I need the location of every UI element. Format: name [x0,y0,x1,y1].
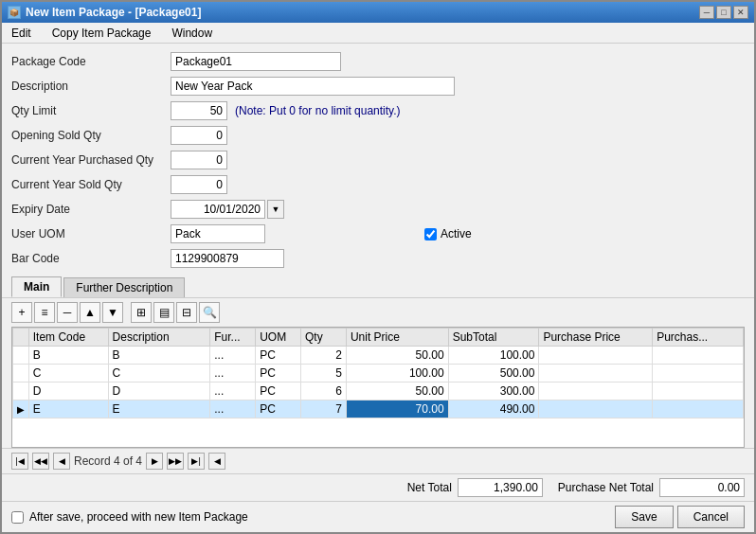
net-total-value[interactable] [458,478,543,497]
description-row: Description [11,76,745,97]
purchase-extra-cell[interactable] [653,400,744,418]
list-btn[interactable]: ≡ [34,302,55,323]
qty-limit-input[interactable] [171,101,227,120]
minimize-btn[interactable]: ─ [699,6,714,19]
main-window: 📦 New Item Package - [Package01] ─ □ ✕ E… [0,0,756,534]
tab-further-description[interactable]: Further Description [63,277,185,297]
qty-cell[interactable]: 2 [301,347,347,365]
qty-cell[interactable]: 6 [301,383,347,400]
purchase-extra-cell[interactable] [653,347,744,365]
table-row[interactable]: D D ... PC 6 50.00 300.00 [13,383,744,400]
item-code-cell[interactable]: E [28,400,108,418]
unit-price-cell-active[interactable]: 70.00 [346,400,448,418]
opening-sold-label: Opening Sold Qty [11,129,163,142]
col-qty: Qty [301,329,347,347]
copy-btn[interactable]: ⊞ [131,302,152,323]
description-cell[interactable]: C [108,365,210,383]
nav-prev-btn[interactable]: ◀◀ [32,453,49,470]
nav-next-btn[interactable]: ▶▶ [167,453,184,470]
purchase-price-cell[interactable] [539,400,653,418]
further-cell[interactable]: ... [210,347,256,365]
nav-first-btn[interactable]: |◀ [11,453,28,470]
further-cell[interactable]: ... [210,365,256,383]
tab-main[interactable]: Main [11,276,62,297]
further-cell[interactable]: ... [210,400,256,418]
bar-code-label: Bar Code [11,252,163,265]
qty-cell[interactable]: 5 [301,365,347,383]
detail-btn[interactable]: ⊟ [176,302,197,323]
after-save-checkbox[interactable] [11,511,24,524]
expiry-date-input[interactable] [171,200,265,219]
move-up-btn[interactable]: ▲ [80,302,100,323]
row-indicator [13,365,29,383]
nav-extra-btn[interactable]: ◀ [208,453,225,470]
restore-btn[interactable]: □ [716,6,731,19]
subtotal-cell[interactable]: 500.00 [448,365,539,383]
subtotal-cell[interactable]: 490.00 [448,400,539,418]
uom-cell[interactable]: PC [256,365,301,383]
purchase-extra-cell[interactable] [653,383,744,400]
after-save-label: After save, proceed with new Item Packag… [29,510,248,524]
uom-cell[interactable]: PC [256,400,301,418]
nav-forward-btn[interactable]: ▶ [146,453,163,470]
remove-btn[interactable]: ─ [57,302,78,323]
nav-back-btn[interactable]: ◀ [53,453,70,470]
menu-edit[interactable]: Edit [6,25,37,42]
title-bar: 📦 New Item Package - [Package01] ─ □ ✕ [2,2,754,23]
table-scroll-area[interactable]: Item Code Description Fur... UOM Qty Uni… [12,328,744,447]
purchase-price-cell[interactable] [539,383,653,400]
table-row[interactable]: ▶ E E ... PC 7 70.00 490.00 [13,400,744,418]
form-area: Package Code Description Qty Limit (Note… [2,44,754,276]
subtotal-cell[interactable]: 300.00 [448,383,539,400]
qty-limit-row: Qty Limit (Note: Put 0 for no limit quan… [11,100,745,121]
nav-last-btn[interactable]: ▶| [188,453,205,470]
unit-price-cell[interactable]: 50.00 [346,383,448,400]
bar-code-input[interactable] [171,249,284,268]
description-input[interactable] [171,77,455,96]
totals-area: Net Total Purchase Net Total [2,473,754,501]
current-year-purchased-input[interactable] [171,151,227,169]
uom-cell[interactable]: PC [256,383,301,400]
opening-sold-input[interactable] [171,126,227,145]
subtotal-cell[interactable]: 100.00 [448,347,539,365]
description-cell[interactable]: E [108,400,210,418]
expiry-date-row: Expiry Date ▼ [11,199,745,220]
grid-btn[interactable]: ▤ [153,302,174,323]
active-checkbox[interactable] [424,228,437,240]
item-code-cell[interactable]: D [28,383,108,400]
item-code-cell[interactable]: B [28,347,108,365]
col-item-code: Item Code [28,329,108,347]
description-cell[interactable]: D [108,383,210,400]
table-row[interactable]: C C ... PC 5 100.00 500.00 [13,365,744,383]
purchase-price-cell[interactable] [539,365,653,383]
current-year-purchased-row: Current Year Purchased Qty [11,150,745,170]
further-cell[interactable]: ... [210,383,256,400]
qty-cell[interactable]: 7 [301,400,347,418]
row-indicator [13,347,29,365]
unit-price-cell[interactable]: 50.00 [346,347,448,365]
table-row[interactable]: B B ... PC 2 50.00 100.00 [13,347,744,365]
purchase-net-total-value[interactable] [659,478,745,497]
purchase-extra-cell[interactable] [653,365,744,383]
add-row-btn[interactable]: + [11,302,32,323]
save-button[interactable]: Save [615,506,673,528]
menu-window[interactable]: Window [166,25,218,42]
current-year-sold-input[interactable] [171,175,227,194]
move-down-btn[interactable]: ▼ [102,302,123,323]
item-code-cell[interactable]: C [28,365,108,383]
close-btn[interactable]: ✕ [733,6,748,19]
expiry-date-dropdown[interactable]: ▼ [267,200,284,219]
unit-price-cell[interactable]: 100.00 [346,365,448,383]
col-uom: UOM [256,329,301,347]
qty-limit-note: (Note: Put 0 for no limit quantity.) [235,104,401,117]
data-table-container: Item Code Description Fur... UOM Qty Uni… [11,327,745,448]
uom-cell[interactable]: PC [256,347,301,365]
menu-copy-item-package[interactable]: Copy Item Package [46,25,157,42]
cancel-button[interactable]: Cancel [677,506,745,528]
purchase-price-cell[interactable] [539,347,653,365]
package-code-input[interactable] [171,52,341,71]
search-btn[interactable]: 🔍 [199,302,220,323]
user-uom-input[interactable] [171,224,265,243]
qty-limit-label: Qty Limit [11,104,163,117]
description-cell[interactable]: B [108,347,210,365]
